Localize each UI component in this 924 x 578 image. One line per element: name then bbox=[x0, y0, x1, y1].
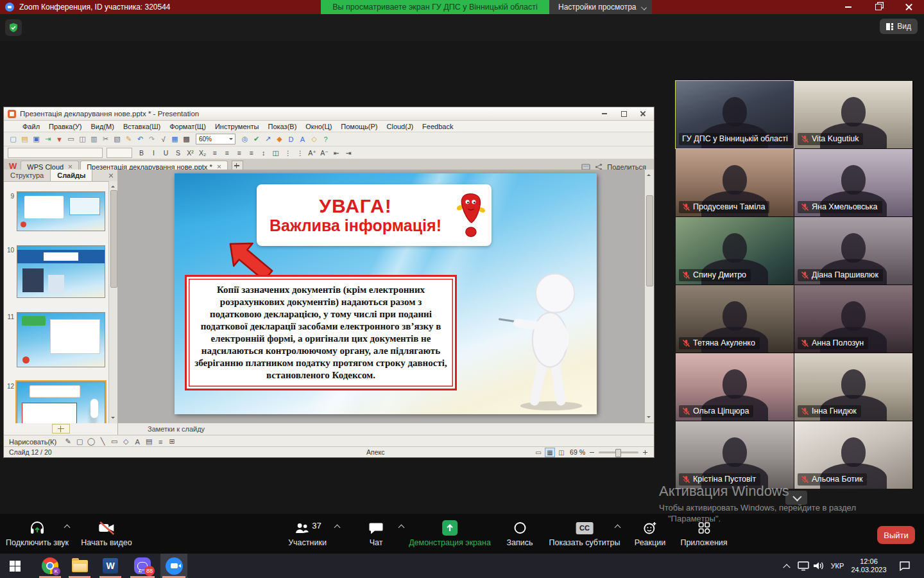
taskbar-zoom-button[interactable] bbox=[160, 554, 187, 578]
align-left-icon[interactable]: ≡ bbox=[209, 148, 220, 157]
participant-tile[interactable]: Тетяна Акуленко bbox=[676, 285, 794, 353]
find-icon[interactable]: ◎ bbox=[239, 134, 250, 144]
captions-button[interactable]: CC Показать субтитры bbox=[549, 520, 620, 547]
action-center-icon[interactable] bbox=[896, 554, 914, 578]
slide-canvas[interactable]: УВАГА! Важлива інформація! bbox=[175, 173, 597, 414]
meeting-info-shield-button[interactable] bbox=[5, 19, 22, 36]
scroll-down-icon[interactable] bbox=[647, 416, 651, 420]
shop-icon[interactable]: ◆ bbox=[274, 134, 285, 144]
docer-icon[interactable]: D bbox=[286, 134, 296, 144]
print-icon[interactable]: ▭ bbox=[65, 134, 76, 144]
close-tab-icon[interactable] bbox=[68, 164, 73, 169]
tab-structure[interactable]: Структура bbox=[4, 170, 51, 181]
zoom-in-button[interactable] bbox=[642, 449, 649, 456]
slide-thumbnail-row[interactable]: 12 bbox=[4, 381, 109, 423]
participant-tile[interactable]: Ольга Ціпцюра bbox=[676, 353, 794, 421]
participant-tile[interactable]: Яна Хмельовська bbox=[794, 149, 912, 216]
select-shape-icon[interactable]: ▢ bbox=[74, 437, 85, 447]
menu-item[interactable]: Feedback bbox=[418, 123, 458, 130]
font-decrease-icon[interactable]: A⁻ bbox=[319, 148, 330, 157]
taskbar-chrome-button[interactable]: K bbox=[37, 554, 63, 578]
cut-icon[interactable]: ✂ bbox=[100, 134, 111, 144]
save-as-icon[interactable]: ⇥ bbox=[42, 134, 53, 144]
close-button[interactable] bbox=[894, 0, 923, 14]
apps-button[interactable]: Приложения bbox=[680, 520, 727, 547]
participants-scroll-down-button[interactable] bbox=[785, 491, 807, 505]
close-tab-icon[interactable] bbox=[217, 164, 221, 169]
scroll-down-icon[interactable] bbox=[111, 417, 115, 421]
subscript-icon[interactable]: X₂ bbox=[197, 148, 208, 157]
participant-tile[interactable]: Спину Дмитро bbox=[676, 217, 794, 285]
normal-view-icon[interactable]: ▭ bbox=[533, 448, 543, 457]
taskbar-viber-button[interactable]: 88 bbox=[128, 554, 157, 578]
slide-scrollbar[interactable] bbox=[644, 170, 654, 423]
participant-tile[interactable]: Крістіна Пустовіт bbox=[676, 421, 794, 489]
export-pdf-icon[interactable]: ▼ bbox=[54, 134, 65, 144]
menu-item[interactable]: Формат(Щ) bbox=[165, 123, 210, 130]
diamond-icon[interactable]: ◇ bbox=[121, 437, 131, 447]
network-display-tray-icon[interactable] bbox=[796, 554, 811, 578]
italic-icon[interactable]: I bbox=[148, 148, 159, 157]
save-icon[interactable]: ▣ bbox=[31, 134, 42, 144]
paste-icon[interactable]: ▧ bbox=[112, 134, 123, 144]
menu-item[interactable]: Окно(Ц) bbox=[301, 123, 336, 130]
taskbar-clock[interactable]: 12:06 24.03.2023 bbox=[850, 554, 888, 578]
participant-tile[interactable]: Анна Полозун bbox=[794, 285, 912, 353]
spellcheck-icon[interactable]: ✔ bbox=[251, 134, 262, 144]
join-audio-button[interactable]: Подключить звук bbox=[6, 520, 69, 547]
justify-icon[interactable]: ≡ bbox=[246, 148, 257, 157]
chat-options-chevron[interactable] bbox=[398, 524, 405, 529]
align-center-icon[interactable]: ≡ bbox=[221, 148, 232, 157]
presentation-close-button[interactable] bbox=[638, 110, 647, 118]
gridlines-icon[interactable]: ▩ bbox=[181, 134, 192, 144]
menu-item[interactable]: Вид(М) bbox=[87, 123, 119, 130]
insert-table-icon[interactable]: ⊞ bbox=[167, 437, 177, 447]
menu-item[interactable]: Инструменты bbox=[210, 123, 264, 130]
menu-item[interactable]: Файл bbox=[18, 123, 44, 130]
scrollbar-thumb[interactable] bbox=[110, 190, 117, 288]
indent-increase-icon[interactable]: ⇥ bbox=[343, 148, 354, 157]
table-icon[interactable]: ▦ bbox=[169, 134, 180, 144]
new-slide-button[interactable] bbox=[52, 424, 70, 434]
font-size-combo[interactable] bbox=[107, 148, 132, 158]
presentation-minimize-button[interactable] bbox=[600, 110, 609, 118]
textbox-icon[interactable]: A bbox=[132, 437, 142, 447]
align-right-icon[interactable]: ≡ bbox=[234, 148, 244, 157]
menu-item[interactable]: Помощь(Р) bbox=[336, 123, 382, 130]
numbering-icon[interactable]: ⋮ bbox=[295, 148, 305, 157]
participant-tile[interactable]: Діана Паршивлюк bbox=[794, 217, 912, 285]
menu-item[interactable]: Cloud(J) bbox=[382, 123, 418, 130]
menu-item[interactable]: Правка(У) bbox=[44, 123, 86, 130]
start-button[interactable] bbox=[0, 554, 30, 578]
gift-icon[interactable]: ◇ bbox=[309, 134, 320, 144]
slide-thumbnail[interactable] bbox=[17, 312, 105, 367]
open-folder-icon[interactable]: ▤ bbox=[19, 134, 30, 144]
formula-icon[interactable]: √ bbox=[158, 134, 169, 144]
line-spacing-icon[interactable]: ↕ bbox=[258, 148, 269, 157]
menu-item[interactable]: Вставка(Ш) bbox=[119, 123, 165, 130]
underline-icon[interactable]: U bbox=[160, 148, 171, 157]
columns-icon[interactable]: ◫ bbox=[270, 148, 281, 157]
slide-notes-bar[interactable]: Заметки к слайду bbox=[118, 423, 654, 435]
bullets-icon[interactable]: ⋮ bbox=[282, 148, 293, 157]
scrollbar-thumb[interactable] bbox=[646, 195, 653, 286]
participants-options-chevron[interactable] bbox=[334, 524, 341, 529]
scroll-up-icon[interactable] bbox=[111, 184, 115, 188]
chat-button[interactable]: Чат bbox=[368, 520, 384, 547]
participant-tile[interactable]: Vita Kugutiuk bbox=[794, 81, 912, 148]
reactions-button[interactable]: Реакции bbox=[635, 520, 665, 547]
zoom-out-button[interactable] bbox=[588, 449, 595, 456]
leave-meeting-button[interactable]: Выйти bbox=[877, 526, 915, 544]
share-screen-button[interactable]: Демонстрация экрана bbox=[409, 520, 491, 547]
thumbnails-scrollbar[interactable] bbox=[108, 181, 117, 423]
scroll-up-icon[interactable] bbox=[647, 172, 651, 176]
slide-thumbnail-row[interactable]: 9 bbox=[4, 191, 109, 231]
slide-editing-area[interactable]: УВАГА! Важлива інформація! bbox=[118, 170, 654, 423]
menu-item[interactable]: Показ(В) bbox=[264, 123, 302, 130]
tab-slides[interactable]: Слайды bbox=[51, 170, 92, 181]
line-icon[interactable]: ╲ bbox=[98, 437, 108, 447]
zoom-combo[interactable]: 60% bbox=[196, 134, 235, 144]
captions-options-chevron[interactable] bbox=[615, 524, 621, 529]
restore-button[interactable] bbox=[864, 0, 893, 14]
pencil-icon[interactable]: ✎ bbox=[63, 437, 73, 447]
